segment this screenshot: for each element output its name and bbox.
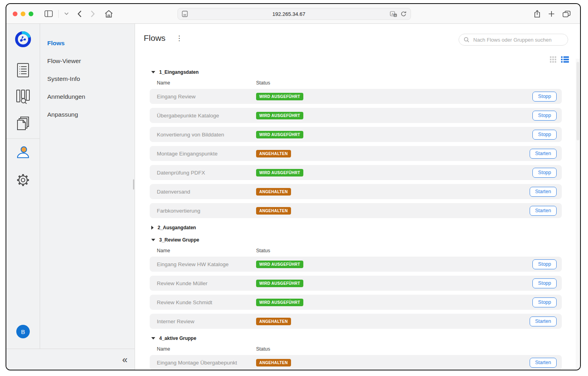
sidebar-toggle-button[interactable]	[44, 10, 53, 17]
window-controls	[13, 12, 33, 16]
back-button[interactable]	[77, 10, 82, 17]
flow-action-button[interactable]: Stopp	[532, 168, 557, 178]
flow-row[interactable]: Eingang Review HW KatalogeWIRD AUSGEFÜHR…	[150, 257, 562, 272]
flow-groups: 1_EingangsdatenNameStatusEingang ReviewW…	[150, 63, 562, 370]
column-header-status: Status	[256, 346, 270, 352]
chevron-down-icon	[64, 12, 69, 15]
flow-name: Eingang Review	[157, 94, 256, 100]
status-badge: WIRD AUSGEFÜHRT	[256, 131, 303, 138]
flow-action-button[interactable]: Starten	[530, 149, 557, 159]
flow-viewer-icon[interactable]	[16, 90, 30, 104]
group-name: 4_aktive Gruppe	[159, 336, 196, 341]
flow-action-button[interactable]: Stopp	[532, 278, 557, 288]
flow-action-button[interactable]: Starten	[530, 187, 557, 197]
tab-overview-button[interactable]	[563, 11, 571, 17]
status-badge: WIRD AUSGEFÜHRT	[256, 261, 303, 268]
search-input[interactable]	[472, 36, 563, 43]
zoom-window-button[interactable]	[29, 12, 33, 16]
flow-row[interactable]: Review Kunde MüllerWIRD AUSGEFÜHRTStopp	[150, 276, 562, 291]
flow-row[interactable]: DatenversandANGEHALTENStarten	[150, 184, 562, 199]
search-icon	[464, 37, 469, 42]
flow-row[interactable]: Eingang ReviewWIRD AUSGEFÜHRTStopp	[150, 89, 562, 104]
flow-action-button[interactable]: Starten	[530, 358, 557, 368]
main-scrollbar-thumb[interactable]	[576, 62, 579, 140]
column-header-status: Status	[256, 248, 270, 253]
list-view-icon[interactable]	[561, 56, 569, 63]
translate-icon[interactable]: Aa	[390, 11, 397, 17]
minimize-window-button[interactable]	[21, 12, 25, 16]
group-header[interactable]: 4_aktive Gruppe	[151, 335, 562, 341]
flow-name: Review Kunde Müller	[157, 280, 256, 286]
status-badge: ANGEHALTEN	[256, 150, 291, 157]
browser-toolbar: 192.265.34.67 Aa	[6, 4, 580, 24]
flow-action-button[interactable]: Stopp	[532, 297, 557, 307]
column-header-name: Name	[157, 248, 256, 253]
grid-view-icon[interactable]	[550, 56, 556, 63]
expand-triangle-icon[interactable]	[151, 226, 154, 230]
search-box	[459, 34, 568, 46]
sidebar-item-anpassung[interactable]: Anpassung	[40, 106, 135, 123]
toolbar-right-group	[530, 4, 575, 24]
collapse-triangle-icon[interactable]	[151, 71, 155, 73]
flow-action-button[interactable]: Stopp	[532, 130, 557, 140]
flow-row[interactable]: Eingang Montage ÜbergabepunktANGEHALTENS…	[150, 355, 562, 370]
status-badge: WIRD AUSGEFÜHRT	[256, 93, 303, 100]
home-icon	[104, 10, 113, 18]
flow-row[interactable]: Datenprüfung PDFXWIRD AUSGEFÜHRTStopp	[150, 165, 562, 180]
flow-row[interactable]: Review Kunde SchmidtWIRD AUSGEFÜHRTStopp	[150, 295, 562, 310]
share-button[interactable]	[534, 10, 540, 18]
icon-rail-divider	[6, 138, 40, 139]
flow-row[interactable]: Interner ReviewANGEHALTENStarten	[150, 314, 562, 329]
svg-text:a: a	[395, 14, 396, 17]
flow-action-button[interactable]: Starten	[530, 317, 557, 326]
new-tab-button[interactable]	[548, 11, 555, 17]
page-format-icon[interactable]	[182, 11, 188, 17]
group-header[interactable]: 1_Eingangsdaten	[151, 69, 562, 75]
reload-icon[interactable]	[401, 11, 407, 17]
group-header[interactable]: 3_Review Gruppe	[151, 237, 562, 243]
flow-action-button[interactable]: Starten	[530, 206, 557, 216]
app-logo[interactable]	[14, 31, 32, 48]
column-headers: NameStatus	[150, 80, 562, 86]
collapse-triangle-icon[interactable]	[151, 337, 155, 340]
flow-name: Review Kunde Schmidt	[157, 299, 256, 305]
flow-name: Eingang Montage Übergabepunkt	[157, 360, 256, 366]
collapse-sidebar-button[interactable]: «	[122, 355, 127, 364]
url-text[interactable]: 192.265.34.67	[188, 11, 390, 17]
flow-row[interactable]: Übergabepunkte KatalogeWIRD AUSGEFÜHRTSt…	[150, 108, 562, 123]
sidebar-menu-button[interactable]	[64, 12, 69, 15]
avatar[interactable]: B	[16, 325, 30, 338]
pages-icon[interactable]	[15, 117, 31, 131]
page-title: Flows	[144, 33, 166, 43]
icon-rail: B	[6, 24, 40, 349]
flow-row[interactable]: Montage EingangspunkteANGEHALTENStarten	[150, 146, 562, 161]
sidebar-column: B Flows Flow-Viewer System-Info Anmeldun…	[6, 24, 135, 370]
forward-button[interactable]	[91, 10, 95, 17]
column-header-name: Name	[157, 80, 256, 86]
home-button[interactable]	[104, 10, 113, 18]
group-header[interactable]: 2_Ausgangdaten	[151, 224, 562, 230]
sidebar-item-flows[interactable]: Flows	[40, 34, 135, 52]
nav-sidebar: Flows Flow-Viewer System-Info Anmeldunge…	[40, 24, 135, 349]
sidebar-item-system-info[interactable]: System-Info	[40, 70, 135, 88]
collapse-triangle-icon[interactable]	[151, 239, 155, 241]
status-badge: ANGEHALTEN	[256, 318, 291, 325]
flow-action-button[interactable]: Stopp	[532, 92, 557, 102]
flow-action-button[interactable]: Stopp	[532, 259, 557, 269]
app-frame: B Flows Flow-Viewer System-Info Anmeldun…	[6, 24, 580, 370]
status-badge: WIRD AUSGEFÜHRT	[256, 280, 303, 287]
flow-action-button[interactable]: Stopp	[532, 111, 557, 121]
flow-row[interactable]: Konvertierung von BilddatenWIRD AUSGEFÜH…	[150, 127, 562, 142]
user-icon[interactable]	[16, 146, 30, 159]
sidebar-item-flow-viewer[interactable]: Flow-Viewer	[40, 52, 135, 70]
group-name: 2_Ausgangdaten	[158, 225, 196, 230]
sidebar-item-anmeldungen[interactable]: Anmeldungen	[40, 88, 135, 106]
flow-row[interactable]: FarbkonvertierungANGEHALTENStarten	[150, 203, 562, 218]
flow-name: Übergabepunkte Kataloge	[157, 113, 256, 119]
address-bar[interactable]: 192.265.34.67 Aa	[177, 8, 411, 20]
settings-gear-icon[interactable]	[16, 173, 30, 187]
kebab-menu-button[interactable]: ⋮	[174, 34, 184, 42]
flows-list-icon[interactable]	[17, 63, 29, 77]
close-window-button[interactable]	[13, 12, 17, 16]
nav-scrollbar-thumb[interactable]	[133, 179, 134, 190]
